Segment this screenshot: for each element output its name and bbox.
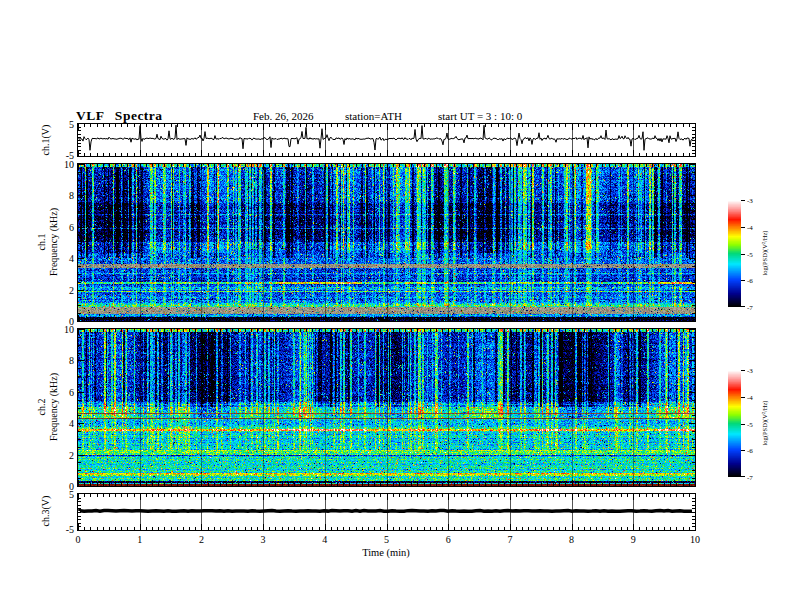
x-tick-label: 1 bbox=[127, 534, 153, 545]
colorbar-tick-label: -4 bbox=[747, 224, 763, 232]
y-tick-label: 10 bbox=[52, 324, 74, 335]
ch1-waveform-canvas bbox=[77, 123, 696, 157]
x-axis-label: Time (min) bbox=[346, 547, 426, 558]
x-tick-label: 8 bbox=[559, 534, 585, 545]
x-tick-label: 5 bbox=[374, 534, 400, 545]
ch3-waveform-ylabel: ch.3(V) bbox=[40, 481, 52, 541]
ch2-label-line1: ch.2 bbox=[36, 329, 48, 486]
ch3-waveform-canvas bbox=[77, 493, 696, 531]
x-tick-label: 7 bbox=[497, 534, 523, 545]
page-title: VLF Spectra bbox=[76, 108, 163, 124]
colorbar-ch2 bbox=[728, 370, 746, 477]
x-tick-label: 4 bbox=[312, 534, 338, 545]
ch1-label-line1: ch.1 bbox=[36, 164, 48, 321]
y-tick-label: 5 bbox=[52, 119, 74, 130]
y-tick-label: 4 bbox=[52, 418, 74, 429]
vlf-spectra-plot: VLF Spectra Feb. 26, 2026 station=ATH st… bbox=[0, 0, 792, 612]
colorbar-tick-label: -5 bbox=[747, 421, 763, 429]
x-tick-label: 2 bbox=[188, 534, 214, 545]
y-tick-label: 2 bbox=[52, 285, 74, 296]
ch1-spectrogram-canvas bbox=[77, 163, 696, 322]
y-tick-label: 10 bbox=[52, 159, 74, 170]
y-tick-label: 6 bbox=[52, 222, 74, 233]
y-tick-label: 8 bbox=[52, 190, 74, 201]
ch1-label-line2: Frequency (kHz) bbox=[48, 164, 60, 321]
colorbar-tick-label: -6 bbox=[747, 447, 763, 455]
x-tick-label: 6 bbox=[435, 534, 461, 545]
date-label: Feb. 26, 2026 bbox=[253, 110, 314, 122]
colorbar-tick-label: -5 bbox=[747, 251, 763, 259]
colorbar-tick-label: -3 bbox=[747, 367, 763, 375]
start-ut-label: start UT = 3 : 10: 0 bbox=[438, 110, 522, 122]
ch1-spectrogram-ylabel: ch.1 Frequency (kHz) bbox=[36, 164, 60, 321]
ch2-label-line2: Frequency (kHz) bbox=[48, 329, 60, 486]
x-tick-label: 3 bbox=[250, 534, 276, 545]
y-tick-label: 2 bbox=[52, 450, 74, 461]
y-tick-label: 8 bbox=[52, 355, 74, 366]
ch2-spectrogram-ylabel: ch.2 Frequency (kHz) bbox=[36, 329, 60, 486]
station-label: station=ATH bbox=[345, 110, 402, 122]
x-tick-label: 0 bbox=[65, 534, 91, 545]
y-tick-label: -5 bbox=[52, 524, 74, 535]
colorbar-tick-label: -4 bbox=[747, 394, 763, 402]
colorbar-tick-label: -7 bbox=[747, 304, 763, 312]
colorbar-ch1 bbox=[728, 200, 746, 307]
ch2-spectrogram-canvas bbox=[77, 328, 696, 487]
x-tick-label: 10 bbox=[682, 534, 708, 545]
ch1-waveform-ylabel: ch.1(V) bbox=[40, 110, 52, 170]
y-tick-label: 5 bbox=[52, 489, 74, 500]
y-tick-label: 6 bbox=[52, 387, 74, 398]
colorbar-tick-label: -7 bbox=[747, 474, 763, 482]
y-tick-label: 4 bbox=[52, 253, 74, 264]
colorbar-tick-label: -3 bbox=[747, 197, 763, 205]
x-tick-label: 9 bbox=[620, 534, 646, 545]
colorbar-tick-label: -6 bbox=[747, 277, 763, 285]
